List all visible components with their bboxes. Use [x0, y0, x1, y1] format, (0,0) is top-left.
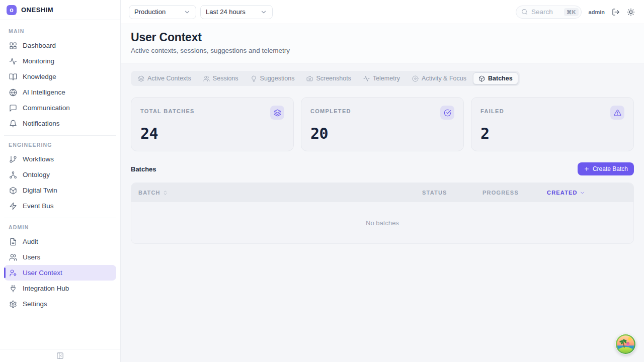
tab-active-contexts[interactable]: Active Contexts [132, 72, 197, 84]
tab-label: Telemetry [373, 75, 400, 82]
hierarchy-icon [9, 171, 17, 179]
collapse-sidebar-icon[interactable] [56, 352, 64, 359]
plug-icon [9, 285, 17, 293]
batches-table: BATCH STATUS PROGRESS CREATED No batches [131, 183, 634, 244]
topbar-right: ⌘K admin [516, 6, 635, 19]
main-area: Production Last 24 hours ⌘K admin User C… [121, 0, 644, 251]
table-empty-state: No batches [131, 202, 633, 243]
nav-section-main: MAIN [4, 23, 116, 38]
sidebar-item-label: Digital Twin [23, 187, 57, 194]
disc-icon [412, 75, 419, 82]
package-icon [478, 75, 485, 82]
time-range-select-value: Last 24 hours [206, 8, 246, 16]
tab-label: Suggestions [260, 75, 295, 82]
batches-section-header: Batches Create Batch [131, 162, 634, 175]
activity-icon [9, 57, 17, 65]
brand-row: o ONESHIM [0, 0, 120, 20]
column-header-created[interactable]: CREATED [547, 190, 626, 196]
column-label: BATCH [138, 190, 160, 196]
sidebar-item-knowledge[interactable]: Knowledge [4, 69, 116, 84]
sidebar-item-audit[interactable]: Audit [4, 234, 116, 249]
globe-brain-icon [9, 88, 17, 97]
sidebar-item-integration-hub[interactable]: Integration Hub [4, 281, 116, 296]
stat-value: 24 [140, 125, 284, 142]
column-header-progress[interactable]: PROGRESS [482, 190, 547, 196]
nav-section-engineering: ENGINEERING [4, 137, 116, 151]
tropical-island-widget[interactable] [615, 334, 636, 354]
tab-label: Activity & Focus [422, 75, 466, 82]
column-label: PROGRESS [482, 190, 519, 196]
alert-triangle-icon [614, 109, 621, 117]
sidebar-item-label: Users [23, 253, 40, 261]
stat-label: FAILED [480, 106, 504, 114]
chevron-down-icon [580, 190, 585, 196]
column-header-batch[interactable]: BATCH [138, 190, 422, 196]
sidebar-item-monitoring[interactable]: Monitoring [4, 53, 116, 69]
time-range-select[interactable]: Last 24 hours [200, 5, 273, 19]
stat-value: 20 [310, 125, 454, 142]
plus-icon [584, 166, 590, 172]
search-box[interactable]: ⌘K [516, 6, 582, 19]
tab-label: Screenshots [316, 75, 351, 82]
sidebar-item-label: Integration Hub [23, 285, 69, 292]
tab-suggestions[interactable]: Suggestions [245, 72, 300, 84]
tab-activity-focus[interactable]: Activity & Focus [407, 72, 472, 84]
sidebar-item-label: Knowledge [23, 73, 56, 80]
tab-batches[interactable]: Batches [473, 72, 518, 84]
theme-toggle-button[interactable] [627, 8, 635, 16]
tropical-island-icon [615, 334, 636, 354]
sidebar-item-label: Dashboard [23, 42, 56, 49]
table-header-row: BATCH STATUS PROGRESS CREATED [131, 183, 633, 202]
git-branch-icon [9, 155, 17, 163]
sidebar-item-ontology[interactable]: Ontology [4, 167, 116, 183]
stat-card-completed: COMPLETED 20 [301, 97, 464, 151]
stat-label: COMPLETED [310, 106, 351, 114]
user-cog-icon [9, 269, 17, 277]
brand-logo: o [7, 5, 17, 15]
column-label: CREATED [547, 190, 578, 196]
page-header: User Context Active contexts, sessions, … [121, 24, 644, 63]
stat-value: 2 [480, 125, 624, 142]
topbar: Production Last 24 hours ⌘K admin [121, 0, 644, 24]
column-header-status[interactable]: STATUS [422, 190, 482, 196]
environment-select[interactable]: Production [129, 5, 196, 19]
page-subtitle: Active contexts, sessions, suggestions a… [131, 47, 634, 54]
logout-button[interactable] [612, 8, 620, 16]
sidebar-item-users[interactable]: Users [4, 249, 116, 265]
sidebar-item-digital-twin[interactable]: Digital Twin [4, 183, 116, 198]
camera-icon [306, 75, 313, 82]
sidebar-item-ai-intelligence[interactable]: AI Intelligence [4, 84, 116, 100]
tab-screenshots[interactable]: Screenshots [301, 72, 356, 84]
sidebar-footer [0, 349, 120, 362]
sidebar-item-event-bus[interactable]: Event Bus [4, 198, 116, 214]
create-batch-label: Create Batch [593, 165, 628, 172]
sidebar-item-notifications[interactable]: Notifications [4, 116, 116, 131]
sidebar-item-dashboard[interactable]: Dashboard [4, 38, 116, 53]
search-icon [521, 9, 528, 15]
stat-card-total-batches: TOTAL BATCHES 24 [131, 97, 294, 151]
sidebar-item-label: User Context [23, 269, 62, 277]
tab-label: Active Contexts [147, 75, 191, 82]
batches-section-title: Batches [131, 165, 156, 173]
tab-label: Batches [488, 75, 513, 82]
file-text-icon [9, 238, 17, 246]
nav-divider [4, 218, 116, 218]
create-batch-button[interactable]: Create Batch [578, 162, 634, 175]
sidebar-item-workflows[interactable]: Workflows [4, 151, 116, 167]
gear-icon [9, 300, 17, 308]
sun-icon [627, 8, 635, 16]
sidebar-item-communication[interactable]: Communication [4, 100, 116, 116]
column-label: STATUS [422, 190, 447, 196]
search-input[interactable] [531, 8, 560, 16]
stat-label: TOTAL BATCHES [140, 106, 195, 114]
environment-select-value: Production [134, 8, 166, 16]
chevrons-up-down-icon [163, 190, 168, 196]
tab-telemetry[interactable]: Telemetry [358, 72, 406, 84]
tab-sessions[interactable]: Sessions [198, 72, 244, 84]
sidebar-item-label: Settings [23, 300, 47, 308]
sidebar-item-user-context[interactable]: User Context [4, 265, 116, 281]
stat-card-failed: FAILED 2 [471, 97, 634, 151]
stat-icon-badge [270, 106, 284, 120]
sidebar-item-label: Communication [23, 104, 70, 112]
sidebar-item-settings[interactable]: Settings [4, 296, 116, 312]
